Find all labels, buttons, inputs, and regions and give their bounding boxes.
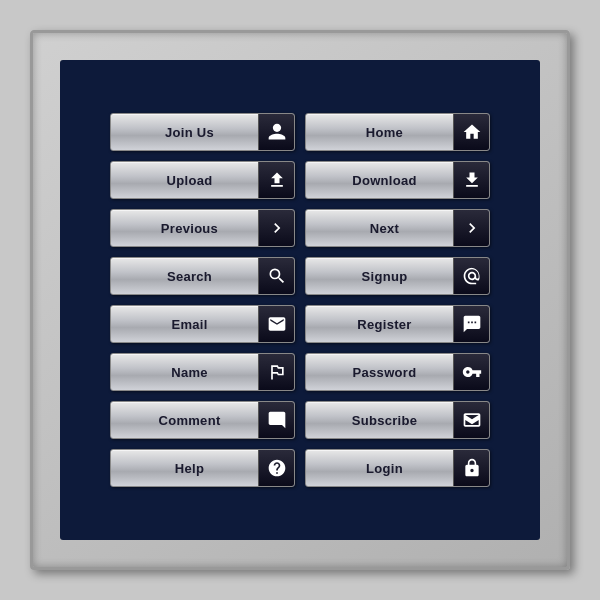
login-label: Login [316, 461, 453, 476]
subscribe-icon [453, 402, 489, 438]
signup-button[interactable]: Signup [305, 257, 490, 295]
key-icon [453, 354, 489, 390]
upload-button[interactable]: Upload [110, 161, 295, 199]
lock-icon [453, 450, 489, 486]
help-label: Help [121, 461, 258, 476]
search-button[interactable]: Search [110, 257, 295, 295]
button-grid: Join UsHomeUploadDownloadPreviousNextSea… [90, 93, 510, 507]
name-icon [258, 354, 294, 390]
upload-label: Upload [121, 173, 258, 188]
chevron-right-icon [258, 210, 294, 246]
email-button[interactable]: Email [110, 305, 295, 343]
home-button[interactable]: Home [305, 113, 490, 151]
comment-icon [258, 402, 294, 438]
search-label: Search [121, 269, 258, 284]
register-label: Register [316, 317, 453, 332]
download-icon [453, 162, 489, 198]
signup-label: Signup [316, 269, 453, 284]
outer-frame: Join UsHomeUploadDownloadPreviousNextSea… [30, 30, 570, 570]
password-label: Password [316, 365, 453, 380]
person-icon [258, 114, 294, 150]
chevron-right-icon [453, 210, 489, 246]
inner-panel: Join UsHomeUploadDownloadPreviousNextSea… [60, 60, 540, 540]
previous-button[interactable]: Previous [110, 209, 295, 247]
subscribe-label: Subscribe [316, 413, 453, 428]
search-icon [258, 258, 294, 294]
home-icon [453, 114, 489, 150]
download-label: Download [316, 173, 453, 188]
register-button[interactable]: Register [305, 305, 490, 343]
next-button[interactable]: Next [305, 209, 490, 247]
name-button[interactable]: Name [110, 353, 295, 391]
password-button[interactable]: Password [305, 353, 490, 391]
help-button[interactable]: Help [110, 449, 295, 487]
register-icon [453, 306, 489, 342]
email-icon [258, 306, 294, 342]
home-label: Home [316, 125, 453, 140]
previous-label: Previous [121, 221, 258, 236]
download-button[interactable]: Download [305, 161, 490, 199]
name-label: Name [121, 365, 258, 380]
next-label: Next [316, 221, 453, 236]
upload-icon [258, 162, 294, 198]
login-button[interactable]: Login [305, 449, 490, 487]
comment-button[interactable]: Comment [110, 401, 295, 439]
join-us-button[interactable]: Join Us [110, 113, 295, 151]
at-icon [453, 258, 489, 294]
subscribe-button[interactable]: Subscribe [305, 401, 490, 439]
comment-label: Comment [121, 413, 258, 428]
help-icon [258, 450, 294, 486]
join-us-label: Join Us [121, 125, 258, 140]
email-label: Email [121, 317, 258, 332]
